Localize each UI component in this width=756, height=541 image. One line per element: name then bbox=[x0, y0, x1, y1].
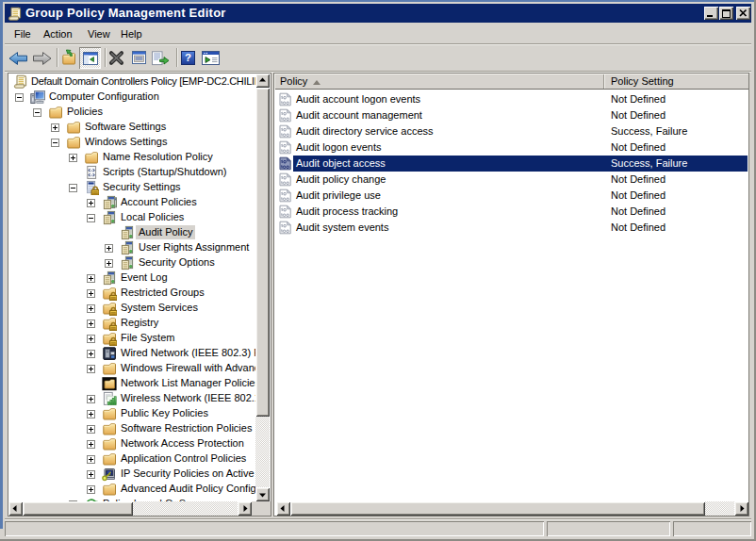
svg-text:?: ? bbox=[185, 52, 191, 63]
